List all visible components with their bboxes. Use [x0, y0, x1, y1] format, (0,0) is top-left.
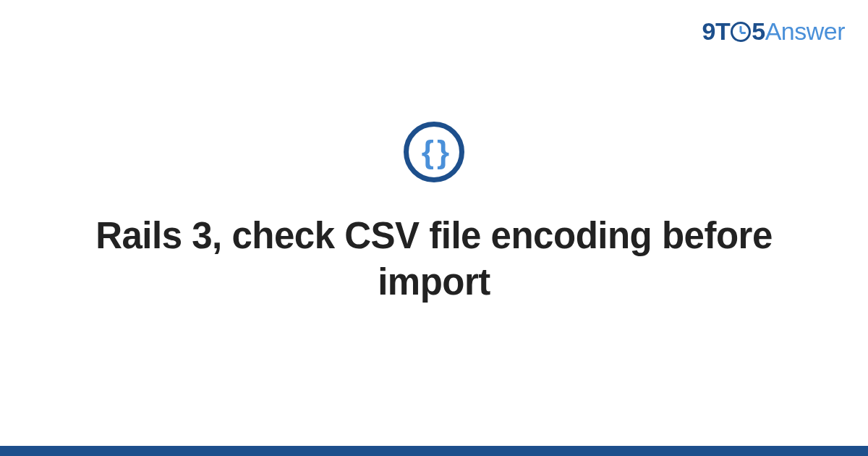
brand-suffix: Answer [765, 17, 845, 45]
brand-prefix: 9T [702, 17, 731, 45]
brand-mid: 5 [752, 17, 765, 45]
clock-icon [731, 22, 751, 42]
main-content: { } Rails 3, check CSV file encoding bef… [0, 122, 868, 305]
question-title: Rails 3, check CSV file encoding before … [58, 213, 810, 305]
category-badge: { } [404, 122, 464, 182]
brand-logo: 9T5Answer [702, 17, 845, 46]
code-braces-icon: { } [422, 136, 446, 168]
footer-accent-bar [0, 446, 868, 456]
